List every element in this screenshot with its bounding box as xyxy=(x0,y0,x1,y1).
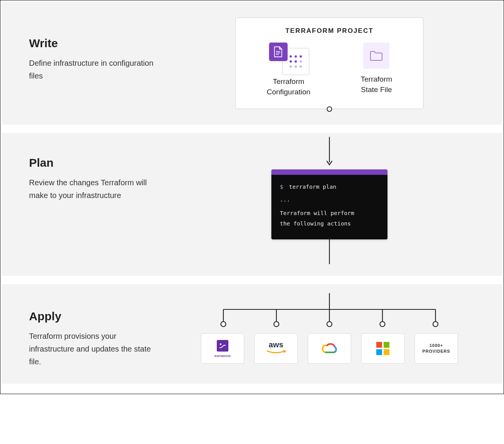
branch-connector-icon xyxy=(202,293,457,329)
provider-list: DATADOG aws xyxy=(201,333,458,364)
svg-rect-22 xyxy=(384,349,389,355)
connector-line-icon xyxy=(326,239,333,264)
terraform-project-card: TERRAFORM PROJECT xyxy=(235,17,423,109)
svg-point-12 xyxy=(221,321,226,326)
provider-microsoft xyxy=(361,333,405,364)
svg-point-16 xyxy=(433,321,438,326)
terraform-configuration-item: Terraform Configuration xyxy=(267,43,310,97)
plan-text: Plan Review the changes Terraform will m… xyxy=(29,137,157,264)
apply-text: Apply Terraform provisions your infrastr… xyxy=(29,288,157,368)
file-document-icon xyxy=(269,43,288,61)
datadog-icon: DATADOG xyxy=(214,339,231,358)
terminal-prompt: $ xyxy=(280,184,283,190)
config-label: Terraform Configuration xyxy=(267,77,310,97)
write-desc: Define infrastructure in configuration f… xyxy=(29,57,157,82)
microsoft-icon xyxy=(376,342,389,355)
svg-rect-17 xyxy=(217,340,228,352)
arrow-down-icon xyxy=(326,137,333,167)
aws-icon: aws xyxy=(266,340,286,356)
provider-more: 1000+ PROVIDERS xyxy=(415,333,458,364)
svg-point-14 xyxy=(327,321,332,326)
provider-google-cloud xyxy=(308,333,351,364)
folder-icon xyxy=(363,43,389,69)
svg-point-13 xyxy=(274,321,279,326)
write-heading: Write xyxy=(29,37,157,50)
provider-datadog: DATADOG xyxy=(201,333,244,364)
write-text: Write Define infrastructure in configura… xyxy=(29,17,157,109)
section-write: Write Define infrastructure in configura… xyxy=(2,2,502,125)
terminal-body: $ terraform plan ... Terraform will perf… xyxy=(271,175,387,239)
section-plan: Plan Review the changes Terraform will m… xyxy=(2,133,502,276)
provider-aws: aws xyxy=(254,333,298,364)
terminal-ellipsis: ... xyxy=(280,195,379,205)
plan-desc: Review the changes Terraform will make t… xyxy=(29,176,157,202)
apply-heading: Apply xyxy=(29,310,157,323)
svg-point-18 xyxy=(220,343,221,345)
svg-rect-20 xyxy=(384,342,389,348)
terminal-titlebar xyxy=(271,169,387,175)
section-apply: Apply Terraform provisions your infrastr… xyxy=(2,284,502,384)
svg-point-15 xyxy=(380,321,385,326)
terminal-command: terraform plan xyxy=(289,184,336,190)
write-diagram: TERRAFORM PROJECT xyxy=(172,17,487,109)
svg-rect-19 xyxy=(376,342,382,348)
terraform-state-file-item: Terraform State File xyxy=(361,43,392,97)
state-label: Terraform State File xyxy=(361,74,392,95)
connector-dot-icon xyxy=(327,106,332,112)
plan-diagram: $ terraform plan ... Terraform will perf… xyxy=(172,137,487,264)
project-card-title: TERRAFORM PROJECT xyxy=(247,27,411,35)
apply-diagram: DATADOG aws xyxy=(172,288,487,368)
apply-desc: Terraform provisions your infrastructure… xyxy=(29,330,157,368)
terminal-output: Terraform will perform the following act… xyxy=(280,208,379,229)
google-cloud-icon xyxy=(321,342,338,355)
plan-heading: Plan xyxy=(29,156,157,169)
more-providers-label: 1000+ PROVIDERS xyxy=(422,343,450,354)
configuration-stack-icon xyxy=(269,43,308,71)
terminal-window: $ terraform plan ... Terraform will perf… xyxy=(271,169,387,239)
svg-rect-21 xyxy=(376,349,382,355)
